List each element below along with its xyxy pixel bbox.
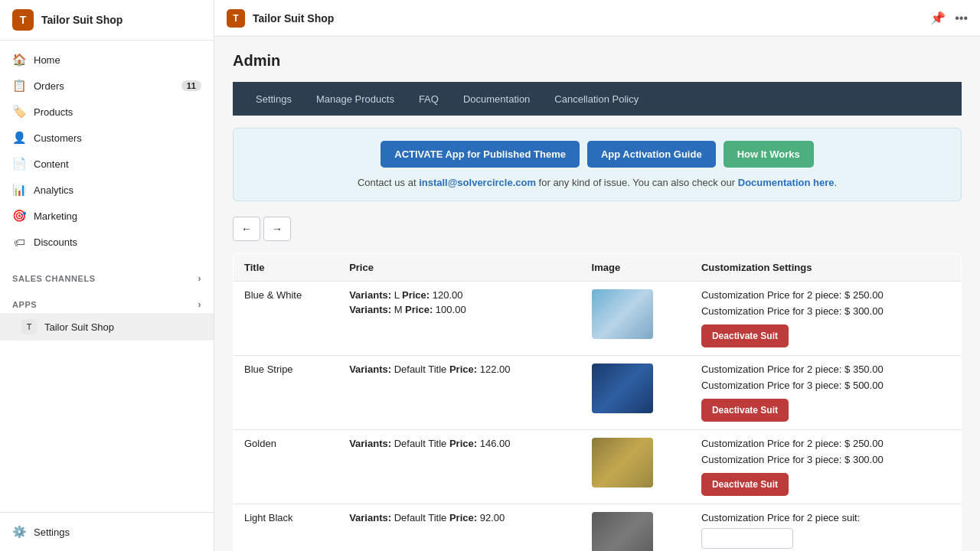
- col-price: Price: [338, 254, 580, 282]
- col-customization: Customization Settings: [691, 254, 962, 282]
- sidebar-item-products[interactable]: 🏷️ Products: [0, 99, 214, 125]
- cust-price-2-input[interactable]: [701, 528, 793, 549]
- cust-price-3: Customization Price for 3 piece: $ 300.0…: [701, 305, 950, 317]
- sidebar-item-tailor-suit-shop[interactable]: T Tailor Suit Shop: [0, 313, 214, 341]
- nav-cancellation-policy[interactable]: Cancellation Policy: [544, 87, 649, 111]
- product-image-preview: [592, 438, 653, 487]
- sidebar-item-marketing[interactable]: 🎯 Marketing: [0, 203, 214, 229]
- sales-channels-section[interactable]: Sales channels ›: [0, 261, 214, 287]
- cust-price-2: Customization Price for 2 piece: $ 250.0…: [701, 289, 950, 301]
- product-image-blue-stripe: [581, 356, 691, 430]
- deactivate-suit-button[interactable]: Deactivate Suit: [701, 399, 789, 422]
- products-icon: 🏷️: [12, 105, 26, 119]
- banner-contact-text: Contact us at install@solvercircle.com f…: [246, 177, 949, 188]
- activation-banner: ACTIVATE App for Published Theme App Act…: [233, 128, 962, 201]
- product-image-preview: [592, 289, 653, 339]
- product-price-blue-white: Variants: L Price: 120.00Variants: M Pri…: [338, 282, 580, 356]
- analytics-icon: 📊: [12, 183, 26, 197]
- documentation-link[interactable]: Documentation here: [738, 177, 835, 188]
- nav-manage-products[interactable]: Manage Products: [305, 87, 405, 111]
- settings-label: Settings: [34, 527, 70, 538]
- content-label: Content: [34, 158, 69, 170]
- activation-guide-button[interactable]: App Activation Guide: [587, 141, 716, 168]
- home-icon: 🏠: [12, 53, 26, 67]
- sidebar-item-customers[interactable]: 👤 Customers: [0, 125, 214, 151]
- nav-faq[interactable]: FAQ: [408, 87, 449, 111]
- product-title-blue-white: Blue & White: [234, 282, 339, 356]
- variant-row: Variants: M Price: 100.00: [349, 304, 570, 315]
- apps-section[interactable]: Apps ›: [0, 287, 214, 313]
- variant-row: Variants: Default Title Price: 92.00: [349, 512, 570, 523]
- contact-email-link[interactable]: install@solvercircle.com: [419, 177, 536, 188]
- pin-icon[interactable]: 📌: [930, 11, 946, 25]
- sidebar: T Tailor Suit Shop 🏠 Home 📋 Orders 11 🏷️…: [0, 0, 214, 551]
- orders-badge: 11: [181, 80, 201, 91]
- orders-label: Orders: [34, 80, 64, 92]
- sidebar-item-home[interactable]: 🏠 Home: [0, 47, 214, 73]
- sidebar-item-content[interactable]: 📄 Content: [0, 151, 214, 177]
- sidebar-item-settings[interactable]: ⚙️ Settings: [0, 519, 214, 545]
- cust-price-2-label: Customization Price for 2 piece suit:: [701, 512, 950, 523]
- product-customization-blue-stripe: Customization Price for 2 piece: $ 350.0…: [691, 356, 962, 430]
- product-price-blue-stripe: Variants: Default Title Price: 122.00: [338, 356, 580, 430]
- product-title-light-black: Light Black: [234, 504, 339, 552]
- app-sub-icon: T: [21, 319, 37, 334]
- product-title-blue-stripe: Blue Stripe: [234, 356, 339, 430]
- sidebar-item-orders[interactable]: 📋 Orders 11: [0, 73, 214, 99]
- banner-buttons: ACTIVATE App for Published Theme App Act…: [246, 141, 949, 168]
- product-image-blue-white: [581, 282, 691, 356]
- content-icon: 📄: [12, 157, 26, 171]
- topbar-shop-icon: T: [227, 9, 245, 28]
- shop-icon: T: [12, 9, 34, 31]
- col-image: Image: [581, 254, 691, 282]
- apps-chevron: ›: [198, 299, 201, 310]
- product-image-golden: [581, 430, 691, 504]
- activate-theme-button[interactable]: ACTIVATE App for Published Theme: [381, 141, 580, 168]
- forward-arrow-button[interactable]: →: [263, 217, 291, 241]
- sidebar-nav: 🏠 Home 📋 Orders 11 🏷️ Products 👤 Custome…: [0, 41, 214, 261]
- table-row: GoldenVariants: Default Title Price: 146…: [234, 430, 962, 504]
- sidebar-item-discounts[interactable]: 🏷 Discounts: [0, 229, 214, 255]
- customers-label: Customers: [34, 132, 82, 144]
- settings-icon: ⚙️: [12, 525, 26, 539]
- sidebar-item-analytics[interactable]: 📊 Analytics: [0, 177, 214, 203]
- product-image-preview: [592, 512, 653, 551]
- page-content: Admin Settings Manage Products FAQ Docum…: [214, 37, 980, 551]
- product-customization-blue-white: Customization Price for 2 piece: $ 250.0…: [691, 282, 962, 356]
- home-label: Home: [34, 54, 60, 66]
- product-customization-golden: Customization Price for 2 piece: $ 250.0…: [691, 430, 962, 504]
- how-it-works-button[interactable]: How It Works: [724, 141, 814, 168]
- nav-documentation[interactable]: Documentation: [452, 87, 541, 111]
- topbar-right: 📌 •••: [930, 11, 968, 25]
- topbar: T Tailor Suit Shop 📌 •••: [214, 0, 980, 37]
- table-row: Blue & WhiteVariants: L Price: 120.00Var…: [234, 282, 962, 356]
- deactivate-suit-button[interactable]: Deactivate Suit: [701, 473, 789, 496]
- more-options-icon[interactable]: •••: [955, 11, 968, 25]
- cust-price-3: Customization Price for 3 piece: $ 500.0…: [701, 380, 950, 391]
- table-row: Light BlackVariants: Default Title Price…: [234, 504, 962, 552]
- product-price-light-black: Variants: Default Title Price: 92.00: [338, 504, 580, 552]
- back-arrow-button[interactable]: ←: [233, 217, 260, 241]
- page-title: Admin: [233, 52, 962, 70]
- topbar-left: T Tailor Suit Shop: [227, 9, 334, 28]
- variant-row: Variants: L Price: 120.00: [349, 289, 570, 301]
- products-label: Products: [34, 106, 73, 118]
- variant-row: Variants: Default Title Price: 122.00: [349, 364, 570, 375]
- app-navbar: Settings Manage Products FAQ Documentati…: [233, 82, 962, 116]
- product-title-golden: Golden: [234, 430, 339, 504]
- product-image-preview: [592, 364, 653, 413]
- nav-arrows: ← →: [233, 217, 962, 241]
- main-content: T Tailor Suit Shop 📌 ••• Admin Settings …: [214, 0, 980, 551]
- cust-price-2: Customization Price for 2 piece: $ 250.0…: [701, 438, 950, 449]
- customers-icon: 👤: [12, 131, 26, 145]
- products-table: Title Price Image Customization Settings…: [233, 253, 962, 551]
- product-price-golden: Variants: Default Title Price: 146.00: [338, 430, 580, 504]
- app-sub-label: Tailor Suit Shop: [44, 321, 114, 333]
- marketing-icon: 🎯: [12, 209, 26, 223]
- cust-price-2: Customization Price for 2 piece: $ 350.0…: [701, 364, 950, 375]
- product-image-light-black: [581, 504, 691, 552]
- col-title: Title: [234, 254, 339, 282]
- deactivate-suit-button[interactable]: Deactivate Suit: [701, 324, 789, 347]
- nav-settings[interactable]: Settings: [245, 87, 302, 111]
- discounts-label: Discounts: [34, 236, 77, 248]
